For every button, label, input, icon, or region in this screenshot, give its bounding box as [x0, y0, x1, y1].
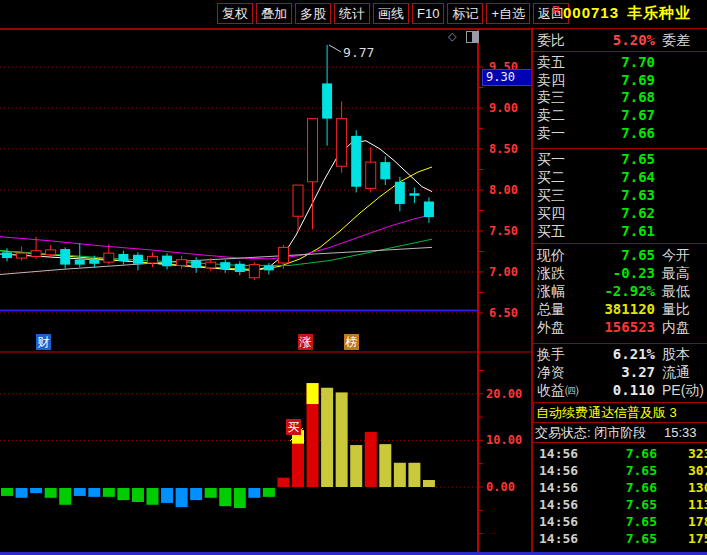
turnover-value: 6.21%: [585, 345, 655, 363]
kline-chart-canvas[interactable]: 9.509.008.508.007.507.006.5020.0010.000.…: [0, 29, 531, 555]
tick-volume: 113: [688, 496, 707, 513]
diamond-icon[interactable]: ◇: [448, 31, 456, 42]
eps-value: 0.110: [585, 381, 655, 399]
stat-row: 外盘 156523 内盘: [533, 318, 707, 336]
ask-row[interactable]: 卖三 7.68: [533, 88, 707, 106]
bid-row[interactable]: 买三 7.63: [533, 186, 707, 204]
svg-text:0.00: 0.00: [486, 480, 515, 494]
inner-vol-label: 内盘: [662, 318, 690, 336]
tick-time: 14:56: [539, 530, 578, 547]
tick-row[interactable]: 14:56 7.66 130: [533, 479, 707, 496]
ask-row[interactable]: 卖一 7.66: [533, 124, 707, 142]
margin-badge: R: [552, 4, 560, 16]
bid-row[interactable]: 买四 7.62: [533, 204, 707, 222]
add-watchlist-button[interactable]: +自选: [486, 3, 530, 24]
weibi-value: 5.20%: [585, 31, 655, 49]
candles: [2, 45, 434, 280]
ask-row[interactable]: 卖二 7.67: [533, 106, 707, 124]
tab-gainers[interactable]: 涨: [298, 334, 313, 350]
tab-ranking[interactable]: 榜: [344, 334, 359, 350]
bid1-label: 买一: [537, 150, 565, 168]
outer-vol-value: 156523: [585, 318, 655, 336]
vol-ratio-label: 量比: [662, 300, 690, 318]
tick-volume: 130: [688, 479, 707, 496]
svg-text:10.00: 10.00: [486, 433, 522, 447]
fin-row: 收益㈣ 0.110 PE(动): [533, 381, 707, 399]
tick-row[interactable]: 14:56 7.65 307: [533, 462, 707, 479]
split-view-icon[interactable]: [466, 31, 479, 43]
fin-row: 净资 3.27 流通: [533, 363, 707, 381]
tick-price: 7.65: [611, 496, 657, 513]
multi-stock-button[interactable]: 多股: [295, 3, 331, 24]
high-annotation-pointer: [329, 45, 341, 52]
tick-row[interactable]: 14:56 7.65 178: [533, 513, 707, 530]
stat-row: 总量 381120 量比: [533, 300, 707, 318]
float-label: 流通: [662, 363, 690, 381]
bid5-price: 7.61: [585, 222, 655, 240]
net-asset-label: 净资: [537, 363, 565, 381]
f10-button[interactable]: F10: [412, 3, 444, 24]
tab-finance[interactable]: 财: [36, 334, 51, 350]
ask1-label: 卖一: [537, 124, 565, 142]
section-divider: [533, 343, 707, 344]
section-divider: [533, 243, 707, 244]
stat-row: 涨幅 -2.92% 最低: [533, 282, 707, 300]
tick-volume: 175: [688, 530, 707, 547]
overlay-button[interactable]: 叠加: [256, 3, 292, 24]
ask2-price: 7.67: [585, 106, 655, 124]
restore-rights-button[interactable]: 复权: [217, 3, 253, 24]
weibi-label: 委比: [537, 31, 565, 49]
trade-status-row: 交易状态: 闭市阶段 15:33: [533, 423, 707, 443]
tick-row[interactable]: 14:56 7.65 175: [533, 530, 707, 547]
statistics-button[interactable]: 统计: [334, 3, 370, 24]
weicha-label: 委差: [662, 31, 690, 49]
section-divider: [533, 148, 707, 149]
change-value: -0.23: [585, 264, 655, 282]
price-alert-tag: 9.30: [482, 69, 537, 86]
ask-row[interactable]: 卖五 7.70: [533, 53, 707, 71]
indicator-bars: [1, 383, 435, 508]
gridlines: [0, 67, 478, 487]
tick-price: 7.66: [611, 479, 657, 496]
tick-row[interactable]: 14:56 7.65 113: [533, 496, 707, 513]
section-divider: [533, 51, 707, 52]
ask3-price: 7.68: [585, 88, 655, 106]
tick-time: 14:56: [539, 479, 578, 496]
tick-time: 14:56: [539, 445, 578, 462]
tick-volume: 178: [688, 513, 707, 530]
bid2-price: 7.64: [585, 168, 655, 186]
svg-text:20.00: 20.00: [486, 387, 522, 401]
change-label: 涨跌: [537, 264, 565, 282]
weibi-row: 委比 5.20% 委差: [533, 31, 707, 49]
bid3-price: 7.63: [585, 186, 655, 204]
tick-price: 7.66: [611, 445, 657, 462]
last-price-label: 现价: [537, 246, 565, 264]
stock-code: 000713: [563, 4, 619, 21]
top-toolbar: 复权 叠加 多股 统计 画线 F10 标记 +自选 返回 R000713丰乐种业: [0, 0, 707, 30]
bid1-price: 7.65: [585, 150, 655, 168]
bid3-label: 买三: [537, 186, 565, 204]
high-annotation-text: 9.77: [343, 45, 374, 60]
svg-text:9.00: 9.00: [489, 101, 518, 115]
high-label: 最高: [662, 264, 690, 282]
tick-time: 14:56: [539, 513, 578, 530]
bid-row[interactable]: 买一 7.65: [533, 150, 707, 168]
tick-volume: 307: [688, 462, 707, 479]
shares-label: 股本: [662, 345, 690, 363]
ask4-price: 7.69: [585, 71, 655, 89]
renewal-notice-banner[interactable]: 自动续费通达信普及版 3: [533, 402, 707, 423]
trade-status-time: 15:33: [664, 423, 697, 442]
quote-panel: 委比 5.20% 委差 卖五 7.70 卖四 7.69 卖三 7.68 卖二 7…: [533, 29, 707, 555]
volume-label: 总量: [537, 300, 565, 318]
open-label: 今开: [662, 246, 690, 264]
bid-row[interactable]: 买五 7.61: [533, 222, 707, 240]
bid4-label: 买四: [537, 204, 565, 222]
ask-row[interactable]: 卖四 7.69: [533, 71, 707, 89]
bid-row[interactable]: 买二 7.64: [533, 168, 707, 186]
tick-row[interactable]: 14:56 7.66 323: [533, 445, 707, 462]
fin-row: 换手 6.21% 股本: [533, 345, 707, 363]
svg-text:7.50: 7.50: [489, 224, 518, 238]
mark-button[interactable]: 标记: [447, 3, 483, 24]
draw-line-button[interactable]: 画线: [373, 3, 409, 24]
stat-row: 涨跌 -0.23 最高: [533, 264, 707, 282]
